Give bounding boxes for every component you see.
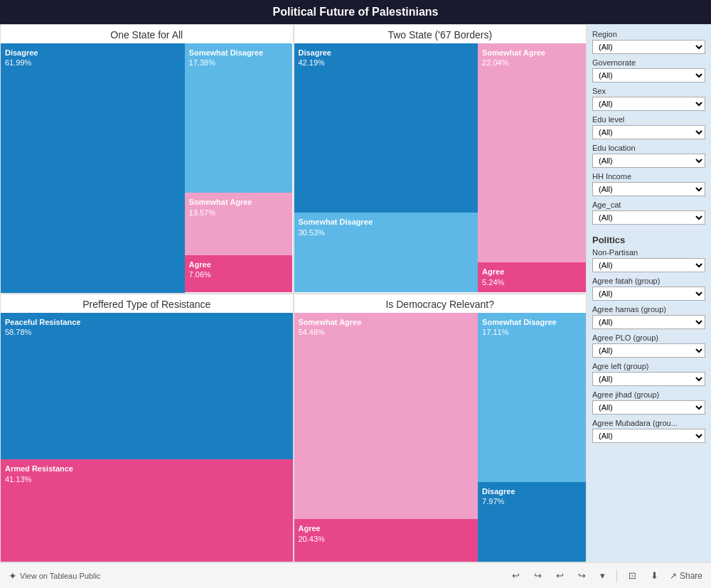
block-label: Disagree [299, 48, 474, 58]
filter-label: Age_cat [592, 201, 705, 209]
tableau-logo[interactable]: ✦ View on Tableau Public [9, 570, 100, 582]
block-value: 17.38% [189, 58, 289, 68]
charts-area: One State for AllDisagree61.99%Somewhat … [0, 24, 587, 562]
filter-select[interactable]: (All) [592, 40, 705, 54]
filter-select[interactable]: (All) [592, 400, 705, 415]
block-two-state-somewhat-disagree[interactable]: Somewhat Disagree30.53% [294, 213, 479, 292]
chart-one-state: One State for AllDisagree61.99%Somewhat … [0, 24, 294, 294]
block-democracy-agree[interactable]: Agree20.43% [294, 519, 479, 562]
filter-non-partisan: Non-Partisan(All) [592, 248, 705, 272]
share-button[interactable]: ↗ Share [670, 571, 702, 581]
bottom-controls: ↩ ↪ ↩ ↪ ▾ ⊡ ⬇ ↗ Share [509, 569, 702, 582]
block-label: Somewhat Agree [299, 317, 474, 327]
block-value: 61.99% [5, 58, 181, 68]
share-label: Share [680, 571, 702, 581]
divider [616, 570, 617, 582]
filter-label: Edu location [592, 144, 705, 152]
block-label: Somewhat Disagree [189, 48, 289, 58]
filter-select[interactable]: (All) [592, 97, 705, 111]
chart-resistance: Preffered Type of ResistancePeaceful Res… [0, 294, 294, 563]
block-resistance-armed[interactable]: Armed Resistance41.13% [1, 459, 293, 562]
filter-governorate: Governorate(All) [592, 58, 705, 82]
filter-agree-jihad-group-: Agree jihad (group)(All) [592, 390, 705, 415]
undo2-button[interactable]: ↩ [553, 569, 567, 582]
download-button[interactable]: ⬇ [648, 569, 661, 582]
block-label: Somewhat Disagree [299, 217, 474, 227]
page-title: Political Future of Palestinians [0, 0, 711, 24]
filter-agree-hamas-group-: Agree hamas (group)(All) [592, 305, 705, 329]
tableau-icon: ✦ [9, 570, 17, 582]
filter-label: Region [592, 30, 705, 38]
block-value: 54.48% [299, 327, 474, 337]
filter-select[interactable]: (All) [592, 343, 705, 358]
redo-button[interactable]: ↪ [531, 569, 545, 582]
block-value: 42.19% [299, 58, 474, 68]
filter-select[interactable]: (All) [592, 68, 705, 82]
filter-age_cat: Age_cat(All) [592, 201, 705, 225]
treemap-one-state: Disagree61.99%Somewhat Disagree17.38%Som… [1, 43, 293, 293]
block-value: 22.04% [482, 58, 582, 68]
filter-select[interactable]: (All) [592, 315, 705, 329]
block-label: Somewhat Agree [482, 48, 582, 58]
block-label: Disagree [5, 48, 181, 58]
filter-label: Non-Partisan [592, 248, 705, 257]
block-one-state-agree[interactable]: Agree7.06% [185, 255, 293, 293]
block-label: Somewhat Agree [189, 197, 289, 207]
filter-select[interactable]: (All) [592, 182, 705, 196]
filter-region: Region(All) [592, 30, 705, 54]
block-one-state-disagree[interactable]: Disagree61.99% [1, 43, 185, 293]
filter-label: Agree jihad (group) [592, 390, 705, 399]
filter-label: Agre left (group) [592, 362, 705, 370]
filter-label: Agree PLO (group) [592, 333, 705, 342]
treemap-resistance: Peaceful Resistance58.78%Armed Resistanc… [1, 313, 293, 562]
chart-title-one-state: One State for All [1, 25, 293, 43]
redo2-button[interactable]: ↪ [575, 569, 589, 582]
block-value: 58.78% [5, 327, 289, 337]
filter-hh-income: HH Income(All) [592, 172, 705, 196]
block-label: Armed Resistance [5, 464, 289, 474]
more-button[interactable]: ▾ [597, 569, 608, 582]
filter-edu-level: Edu level(All) [592, 115, 705, 139]
politics-section-title: Politics [592, 235, 705, 245]
filter-select[interactable]: (All) [592, 372, 705, 386]
filter-select[interactable]: (All) [592, 429, 705, 443]
block-two-state-agree[interactable]: Agree5.24% [478, 262, 586, 292]
undo-button[interactable]: ↩ [509, 569, 523, 582]
view-button[interactable]: ⊡ [626, 569, 639, 582]
block-one-state-somewhat-disagree[interactable]: Somewhat Disagree17.38% [185, 43, 293, 193]
block-two-state-disagree[interactable]: Disagree42.19% [294, 43, 479, 213]
filter-select[interactable]: (All) [592, 154, 705, 168]
block-democracy-somewhat-disagree[interactable]: Somewhat Disagree17.11% [478, 313, 586, 482]
share-icon: ↗ [670, 571, 677, 581]
block-label: Somewhat Disagree [482, 317, 582, 327]
filter-label: Sex [592, 87, 705, 95]
block-value: 7.06% [189, 269, 289, 279]
block-value: 13.57% [189, 208, 289, 218]
filter-select[interactable]: (All) [592, 125, 705, 139]
tableau-link-text: View on Tableau Public [20, 572, 100, 580]
block-one-state-somewhat-agree[interactable]: Somewhat Agree13.57% [185, 193, 293, 255]
block-value: 5.24% [482, 277, 582, 287]
bottom-bar: ✦ View on Tableau Public ↩ ↪ ↩ ↪ ▾ ⊡ ⬇ ↗… [0, 562, 711, 588]
block-label: Agree [482, 267, 582, 277]
block-value: 7.97% [482, 496, 582, 506]
filter-label: Agree Mubadara (grou... [592, 419, 705, 427]
block-resistance-peaceful[interactable]: Peaceful Resistance58.78% [1, 313, 293, 460]
block-two-state-somewhat-agree[interactable]: Somewhat Agree22.04% [478, 43, 586, 262]
block-label: Agree [189, 260, 289, 269]
main-content: One State for AllDisagree61.99%Somewhat … [0, 24, 711, 562]
chart-two-state: Two State ('67 Borders)Disagree42.19%Som… [294, 24, 587, 294]
filter-select[interactable]: (All) [592, 210, 705, 225]
chart-title-resistance: Preffered Type of Resistance [1, 294, 293, 313]
block-label: Disagree [482, 486, 582, 496]
main-container: Political Future of Palestinians One Sta… [0, 0, 711, 588]
filter-label: Agree fatah (group) [592, 277, 705, 285]
filter-label: Agree hamas (group) [592, 305, 705, 314]
filter-select[interactable]: (All) [592, 258, 705, 272]
chart-title-democracy: Is Democracy Relevant? [294, 294, 587, 313]
filter-sex: Sex(All) [592, 87, 705, 111]
block-democracy-somewhat-agree[interactable]: Somewhat Agree54.48% [294, 313, 479, 520]
filter-agree-plo-group-: Agree PLO (group)(All) [592, 333, 705, 358]
block-democracy-disagree[interactable]: Disagree7.97% [478, 482, 586, 562]
filter-select[interactable]: (All) [592, 287, 705, 301]
